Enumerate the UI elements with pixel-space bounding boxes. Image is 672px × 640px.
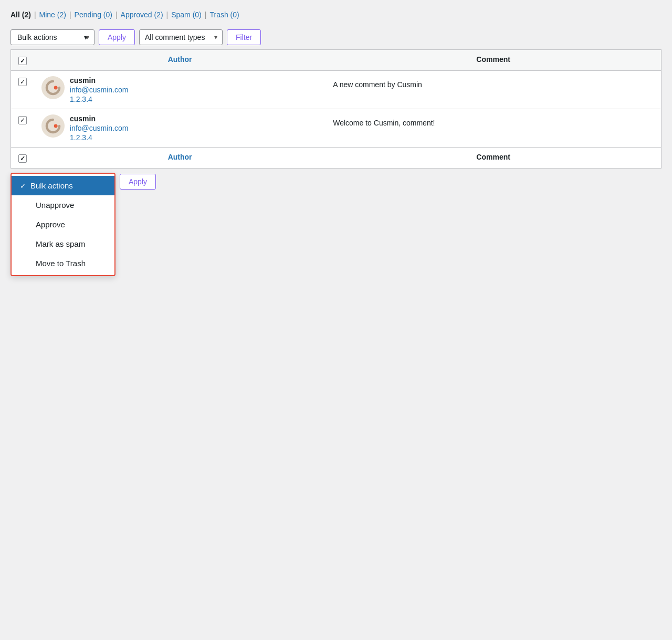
row2-comment-cell: Welcome to Cusmin, comment!	[326, 109, 661, 148]
filter-mine[interactable]: Mine (2)	[39, 11, 66, 19]
row1-author-cell: cusmin info@cusmin.com 1.2.3.4	[34, 71, 326, 109]
header-comment: Comment	[326, 50, 661, 71]
header-checkbox-cell	[11, 50, 35, 71]
filter-mine-label: Mine	[39, 11, 55, 19]
filter-spam-label: Spam	[171, 11, 191, 19]
sep-4: |	[166, 11, 169, 19]
footer-author-header: Author	[34, 148, 326, 169]
comments-table: Author Comment	[10, 49, 662, 169]
row2-author-name: cusmin	[70, 114, 128, 123]
apply-button-bottom[interactable]: Apply	[120, 174, 156, 190]
top-toolbar: Bulk actions ▾ Apply All comment types F…	[10, 25, 662, 49]
row2-author-ip[interactable]: 1.2.3.4	[70, 133, 128, 142]
row1-avatar	[41, 76, 65, 99]
row2-checkbox-cell	[11, 109, 35, 148]
filter-all[interactable]: All (2)	[10, 11, 31, 19]
filter-mine-count: (2)	[57, 11, 66, 19]
footer-checkbox-cell	[11, 148, 35, 169]
row1-comment-cell: A new comment by Cusmin	[326, 71, 661, 109]
bulk-actions-select-top[interactable]: Bulk actions ▾	[10, 29, 94, 45]
filter-spam-count: (0)	[193, 11, 202, 19]
table-row: cusmin info@cusmin.com 1.2.3.4 Welcome t…	[11, 109, 662, 148]
dropdown-item-mark-spam[interactable]: Mark as spam	[12, 234, 114, 254]
dropdown-item-label-4: Move to Trash	[36, 259, 86, 268]
svg-point-1	[54, 86, 58, 90]
row2-author-cell: cusmin info@cusmin.com 1.2.3.4	[34, 109, 326, 148]
dropdown-item-move-trash[interactable]: Move to Trash	[12, 254, 114, 273]
filter-approved-label: Approved	[121, 11, 152, 19]
check-icon: ✓	[20, 182, 26, 190]
comment-types-wrapper[interactable]: All comment types	[139, 29, 223, 45]
dropdown-item-label-2: Approve	[36, 220, 65, 229]
chevron-down-icon: ▾	[84, 33, 88, 41]
dropdown-item-approve[interactable]: Approve	[12, 215, 114, 234]
dropdown-item-label-1: Unapprove	[36, 201, 74, 209]
row2-author-info: cusmin info@cusmin.com 1.2.3.4	[70, 114, 128, 142]
apply-button-top[interactable]: Apply	[99, 29, 135, 45]
row1-comment-text: A new comment by Cusmin	[333, 76, 654, 89]
filter-approved[interactable]: Approved (2)	[121, 11, 163, 19]
filter-button-top[interactable]: Filter	[227, 29, 261, 45]
dropdown-item-label-3: Mark as spam	[36, 239, 85, 248]
row1-checkbox[interactable]	[18, 78, 27, 86]
footer-select-all-checkbox[interactable]	[18, 154, 27, 163]
bulk-actions-dropdown-top[interactable]: Bulk actions ▾	[10, 29, 94, 45]
dropdown-item-unapprove[interactable]: Unapprove	[12, 195, 114, 215]
filter-all-label: All	[10, 11, 20, 19]
sep-5: |	[205, 11, 207, 19]
row1-author-ip[interactable]: 1.2.3.4	[70, 95, 128, 103]
select-all-checkbox[interactable]	[18, 57, 27, 65]
bulk-actions-dropdown-bottom[interactable]: ✓ Bulk actions Unapprove Approve Mark as…	[10, 173, 116, 276]
filter-spam[interactable]: Spam (0)	[171, 11, 202, 19]
filter-trash[interactable]: Trash (0)	[209, 11, 239, 19]
dropdown-item-bulk-actions[interactable]: ✓ Bulk actions	[12, 176, 114, 195]
row2-comment-text: Welcome to Cusmin, comment!	[333, 114, 654, 127]
filter-pending-label: Pending	[75, 11, 101, 19]
footer-comment-header: Comment	[326, 148, 661, 169]
filter-pending[interactable]: Pending (0)	[75, 11, 112, 19]
comment-types-select[interactable]: All comment types	[139, 29, 223, 45]
filter-trash-count: (0)	[230, 11, 239, 19]
filter-all-count: (2)	[22, 11, 31, 19]
filter-links-bar: All (2) | Mine (2) | Pending (0) | Appro…	[10, 11, 662, 19]
header-author: Author	[34, 50, 326, 71]
filter-approved-count: (2)	[154, 11, 163, 19]
table-row: cusmin info@cusmin.com 1.2.3.4 A new com…	[11, 71, 662, 109]
table-header-row: Author Comment	[11, 50, 662, 71]
table-footer-row: Author Comment	[11, 148, 662, 169]
filter-trash-label: Trash	[209, 11, 228, 19]
row2-author-email[interactable]: info@cusmin.com	[70, 124, 128, 132]
row1-author-info: cusmin info@cusmin.com 1.2.3.4	[70, 76, 128, 103]
bottom-toolbar: ✓ Bulk actions Unapprove Approve Mark as…	[10, 169, 662, 280]
bulk-actions-label-top: Bulk actions	[17, 33, 57, 41]
sep-3: |	[116, 11, 118, 19]
sep-2: |	[69, 11, 71, 19]
row2-checkbox[interactable]	[18, 116, 27, 124]
dropdown-item-label-0: Bulk actions	[30, 181, 73, 190]
bulk-actions-menu: ✓ Bulk actions Unapprove Approve Mark as…	[10, 173, 116, 276]
row1-author-name: cusmin	[70, 76, 128, 85]
sep-1: |	[34, 11, 36, 19]
row1-author-email[interactable]: info@cusmin.com	[70, 86, 128, 94]
svg-point-3	[54, 124, 58, 128]
row2-avatar	[41, 114, 65, 138]
row1-checkbox-cell	[11, 71, 35, 109]
filter-pending-count: (0)	[103, 11, 112, 19]
